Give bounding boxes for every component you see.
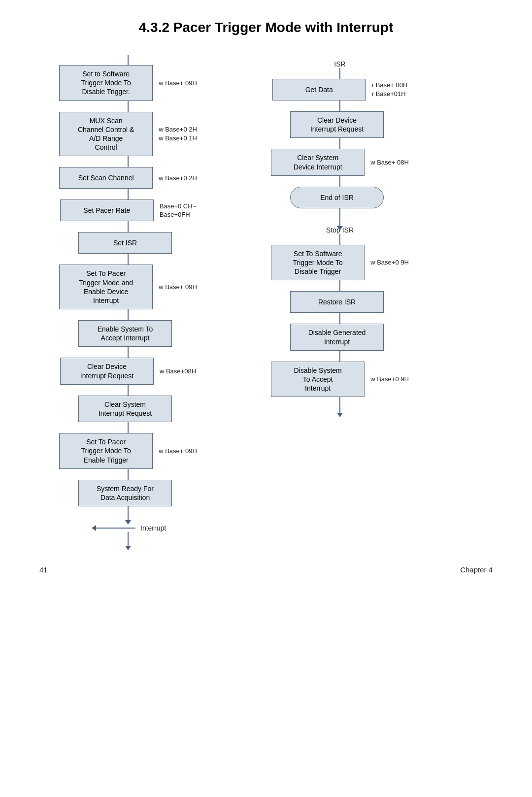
- diagram-wrapper: Set to Software Trigger Mode To Disable …: [30, 55, 502, 546]
- label-set-pacer-trigger-enable: w Base+ 09H: [159, 283, 197, 292]
- box-set-software-trigger2: Set To Software Trigger Mode To Disable …: [271, 245, 365, 281]
- arrow-8: [128, 385, 129, 396]
- label-set-software-trigger2: w Base+0 9H: [370, 258, 409, 267]
- flow-row-mux-scan: MUX Scan Channel Control & A/D Range Con…: [49, 112, 207, 157]
- label-clear-system-device-interrupt: w Base+ 08H: [370, 158, 409, 167]
- arrow-12: [128, 532, 129, 546]
- arrow-1: [128, 101, 129, 112]
- interrupt-label: Interrupt: [140, 524, 166, 532]
- box-system-ready: System Ready For Data Acquisition: [78, 480, 172, 506]
- arrow-6: [128, 309, 129, 320]
- arrow-r-2: [339, 138, 340, 149]
- label-set-software-trigger: w Base+ 09H: [159, 79, 197, 88]
- box-set-pacer-rate: Set Pacer Rate: [60, 199, 154, 221]
- flow-row-system-ready: System Ready For Data Acquisition: [49, 480, 207, 506]
- flow-row-clear-system-interrupt: Clear System Interrupt Request: [49, 396, 207, 422]
- box-restore-isr: Restore ISR: [290, 291, 384, 313]
- box-end-of-isr: End of ISR: [290, 187, 384, 208]
- arrow-r-6: [339, 313, 340, 324]
- box-set-isr: Set ISR: [78, 232, 172, 254]
- left-column: Set to Software Trigger Mode To Disable …: [49, 55, 207, 546]
- arrow-9: [128, 422, 129, 433]
- page: 4.3.2 Pacer Trigger Mode with Interrupt …: [0, 0, 532, 797]
- label-get-data: r Base+ 00H r Base+01H: [372, 81, 408, 98]
- arrow-r-8: [339, 397, 340, 413]
- arrow-r-3: [339, 176, 340, 187]
- label-mux-scan: w Base+0 2H w Base+0 1H: [159, 125, 197, 142]
- label-set-scan-channel: w Base+0 2H: [159, 174, 197, 183]
- box-disable-system-accept: Disable System To Accept Interrupt: [271, 362, 365, 398]
- box-clear-device-interrupt: Clear Device Interrupt Request: [60, 358, 154, 384]
- flow-row-clear-device-interrupt: Clear Device Interrupt Request w Base+08…: [49, 358, 207, 384]
- arrow-3: [128, 189, 129, 199]
- arrow-r-5: [339, 280, 340, 291]
- arrow-5: [128, 254, 129, 265]
- arrow-r-top: [339, 68, 340, 79]
- label-set-pacer-rate: Base+0 CH~ Base+0FH: [160, 202, 196, 219]
- arrow-2: [128, 156, 129, 167]
- flow-row-restore-isr: Restore ISR: [256, 291, 424, 313]
- arrow-r-stop: [339, 234, 340, 245]
- arrow-4: [128, 221, 129, 232]
- box-clear-device-interrupt-req: Clear Device Interrupt Request: [290, 111, 384, 138]
- flow-row-set-scan-channel: Set Scan Channel w Base+0 2H: [49, 167, 207, 189]
- arrow-r-4: [339, 208, 340, 226]
- flow-row-set-software-trigger: Set to Software Trigger Mode To Disable …: [49, 65, 207, 101]
- box-set-pacer-trigger-enable: Set To Pacer Trigger Mode and Enable Dev…: [59, 265, 153, 309]
- flow-row-set-isr: Set ISR: [49, 232, 207, 254]
- flow-row-end-of-isr: End of ISR: [256, 187, 424, 208]
- flow-row-clear-device-interrupt-req: Clear Device Interrupt Request: [256, 111, 424, 138]
- interrupt-row: Interrupt: [96, 524, 166, 532]
- page-title: 4.3.2 Pacer Trigger Mode with Interrupt: [30, 20, 502, 35]
- box-set-pacer-enable-trigger: Set To Pacer Trigger Mode To Enable Trig…: [59, 433, 153, 469]
- flow-row-set-pacer-rate: Set Pacer Rate Base+0 CH~ Base+0FH: [49, 199, 207, 221]
- label-set-pacer-enable-trigger: w Base+ 09H: [159, 447, 197, 456]
- flow-row-set-software-trigger2: Set To Software Trigger Mode To Disable …: [256, 245, 424, 281]
- label-disable-system-accept: w Base+0 9H: [370, 375, 409, 384]
- box-set-software-trigger: Set to Software Trigger Mode To Disable …: [59, 65, 153, 101]
- interrupt-arrow: [96, 528, 135, 529]
- label-clear-device-interrupt: w Base+08H: [160, 367, 196, 376]
- flow-row-enable-system-accept: Enable System To Accept Interrupt: [49, 320, 207, 347]
- flow-row-set-pacer-enable-trigger: Set To Pacer Trigger Mode To Enable Trig…: [49, 433, 207, 469]
- box-get-data: Get Data: [272, 79, 366, 100]
- flow-row-set-pacer-trigger-enable: Set To Pacer Trigger Mode and Enable Dev…: [49, 265, 207, 309]
- chapter: Chapter 4: [460, 565, 493, 574]
- arrow-r-7: [339, 351, 340, 362]
- page-footer: 41 Chapter 4: [30, 565, 502, 574]
- page-number: 41: [39, 565, 48, 574]
- flow-row-get-data: Get Data r Base+ 00H r Base+01H: [256, 79, 424, 100]
- arrow-10: [128, 469, 129, 480]
- box-set-scan-channel: Set Scan Channel: [59, 167, 153, 189]
- box-disable-generated-interrupt: Disable Generated Interrupt: [290, 324, 384, 350]
- arrow-top-left: [128, 55, 129, 65]
- flow-row-disable-generated-interrupt: Disable Generated Interrupt: [256, 324, 424, 350]
- box-enable-system-accept: Enable System To Accept Interrupt: [78, 320, 172, 347]
- arrow-7: [128, 347, 129, 358]
- box-mux-scan: MUX Scan Channel Control & A/D Range Con…: [59, 112, 153, 157]
- flow-row-disable-system-accept: Disable System To Accept Interrupt w Bas…: [256, 362, 424, 398]
- arrow-r-1: [339, 100, 340, 111]
- box-clear-system-interrupt: Clear System Interrupt Request: [78, 396, 172, 422]
- flow-row-clear-system-device-interrupt: Clear System Device Interrupt w Base+ 08…: [256, 149, 424, 175]
- box-clear-system-device-interrupt: Clear System Device Interrupt: [271, 149, 365, 175]
- arrow-11: [128, 506, 129, 520]
- right-column: ISR Get Data r Base+ 00H r Base+01H Clea…: [256, 60, 424, 413]
- isr-label: ISR: [334, 60, 345, 68]
